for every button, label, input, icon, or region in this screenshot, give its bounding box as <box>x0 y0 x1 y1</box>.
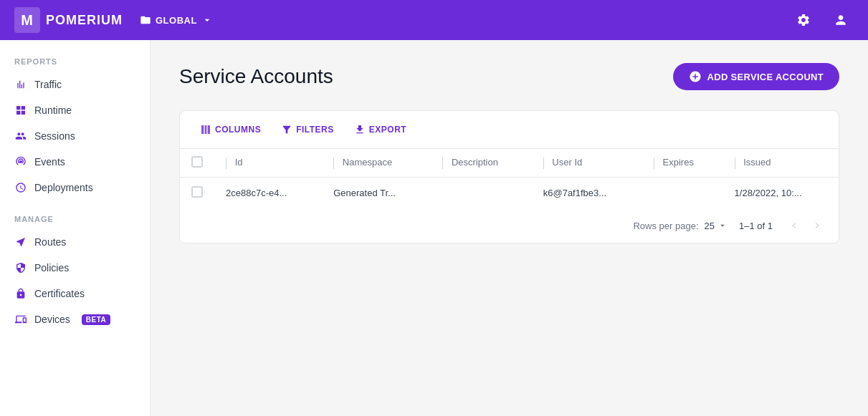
content-area: Service Accounts ADD SERVICE ACCOUNT COL… <box>151 40 868 416</box>
sidebar-item-deployments[interactable]: Deployments <box>0 175 150 200</box>
th-id[interactable]: Id <box>214 149 322 178</box>
sidebar-item-certificates[interactable]: Certificates <box>0 281 150 306</box>
add-button-label: ADD SERVICE ACCOUNT <box>707 72 824 82</box>
chevron-down-icon <box>201 14 213 26</box>
chevron-left-icon <box>788 220 800 231</box>
rows-per-page-value: 25 <box>705 221 715 231</box>
rows-dropdown-icon <box>717 221 728 231</box>
topbar-right <box>791 7 854 33</box>
prev-page-button[interactable] <box>784 216 804 236</box>
logo-text: POMERIUM <box>46 13 123 28</box>
logo-icon: M <box>14 7 40 33</box>
profile-button[interactable] <box>828 7 854 33</box>
sidebar-item-traffic[interactable]: Traffic <box>0 72 150 97</box>
manage-section-label: MANAGE <box>0 215 150 229</box>
row-user-id-cell: k6@7af1fbe3... <box>532 178 642 209</box>
table-footer: Rows per page: 25 1–1 of 1 <box>180 208 839 243</box>
sidebar-item-traffic-label: Traffic <box>34 79 62 90</box>
svg-point-2 <box>19 160 22 163</box>
sidebar-item-devices-label: Devices <box>34 314 70 325</box>
table-header-row: Id Namespace Description User Id <box>180 149 839 178</box>
settings-button[interactable] <box>791 7 816 33</box>
col-divider <box>654 158 654 169</box>
filters-icon <box>281 124 292 135</box>
columns-button[interactable]: COLUMNS <box>191 120 270 140</box>
th-issued[interactable]: Issued <box>723 149 839 178</box>
sidebar-item-policies-label: Policies <box>34 262 69 274</box>
col-divider <box>735 158 735 169</box>
route-icon <box>14 236 27 248</box>
next-page-button[interactable] <box>807 216 827 236</box>
filters-button[interactable]: FILTERS <box>272 120 343 140</box>
row-description-cell <box>431 178 531 209</box>
page-navigation <box>784 216 827 236</box>
data-table: Id Namespace Description User Id <box>180 149 839 208</box>
row-expires-cell <box>642 178 723 209</box>
columns-icon <box>200 124 211 135</box>
sidebar-manage-section: MANAGE <box>0 215 150 229</box>
add-service-account-button[interactable]: ADD SERVICE ACCOUNT <box>673 63 839 90</box>
clock-icon <box>14 181 27 194</box>
grid-icon <box>14 104 27 117</box>
page-info: 1–1 of 1 <box>739 221 773 231</box>
col-divider <box>226 158 226 169</box>
col-description-label: Description <box>452 157 498 168</box>
namespace-selector[interactable]: GLOBAL <box>140 14 213 26</box>
select-all-checkbox[interactable] <box>191 156 203 168</box>
reports-section-label: REPORTS <box>0 57 150 72</box>
th-user-id[interactable]: User Id <box>532 149 642 178</box>
row-issued-cell: 1/28/2022, 10:... <box>723 178 839 209</box>
col-id-label: Id <box>235 157 243 168</box>
rows-per-page: Rows per page: 25 <box>633 221 728 231</box>
export-label: EXPORT <box>369 125 406 135</box>
page-header: Service Accounts ADD SERVICE ACCOUNT <box>179 63 839 90</box>
rows-per-page-select[interactable]: 25 <box>705 221 728 231</box>
export-icon <box>354 124 366 135</box>
page-title: Service Accounts <box>179 65 333 88</box>
beta-badge: BETA <box>82 314 110 325</box>
folder-icon <box>140 14 151 26</box>
col-issued-label: Issued <box>743 157 771 168</box>
sidebar-item-events-label: Events <box>34 156 65 168</box>
rows-per-page-label: Rows per page: <box>633 221 698 231</box>
sidebar-item-policies[interactable]: Policies <box>0 255 150 281</box>
row-id-cell: 2ce88c7c-e4... <box>214 178 322 209</box>
sidebar-item-devices[interactable]: Devices BETA <box>0 306 150 332</box>
row-checkbox-cell <box>180 178 214 209</box>
export-button[interactable]: EXPORT <box>345 120 415 140</box>
sidebar: REPORTS Traffic Runtime Sessions Events <box>0 40 151 416</box>
namespace-label: GLOBAL <box>156 15 197 26</box>
sidebar-item-sessions-label: Sessions <box>34 130 75 142</box>
gear-icon <box>796 13 811 27</box>
radio-icon <box>14 155 27 168</box>
sidebar-item-routes[interactable]: Routes <box>0 229 150 255</box>
sidebar-item-runtime[interactable]: Runtime <box>0 97 150 123</box>
sidebar-item-certificates-label: Certificates <box>34 288 85 299</box>
topbar: M POMERIUM GLOBAL <box>0 0 868 40</box>
person-icon <box>834 13 848 27</box>
bar-chart-icon <box>14 78 27 91</box>
col-namespace-label: Namespace <box>343 157 392 168</box>
svg-text:M: M <box>21 12 34 28</box>
sidebar-item-sessions[interactable]: Sessions <box>0 123 150 149</box>
device-icon <box>14 313 27 326</box>
col-expires-label: Expires <box>663 157 694 168</box>
columns-label: COLUMNS <box>215 125 261 135</box>
add-circle-icon <box>689 70 702 83</box>
col-divider <box>543 158 544 169</box>
main-layout: REPORTS Traffic Runtime Sessions Events <box>0 40 868 416</box>
sidebar-item-deployments-label: Deployments <box>34 182 93 193</box>
policy-icon <box>14 261 27 274</box>
row-checkbox[interactable] <box>191 186 203 198</box>
th-checkbox <box>180 149 214 178</box>
filters-label: FILTERS <box>296 125 334 135</box>
table-row[interactable]: 2ce88c7c-e4... Generated Tr... k6@7af1fb… <box>180 178 839 209</box>
sidebar-item-events[interactable]: Events <box>0 149 150 175</box>
th-expires[interactable]: Expires <box>642 149 723 178</box>
th-namespace[interactable]: Namespace <box>322 149 431 178</box>
table-toolbar: COLUMNS FILTERS EXPORT <box>180 111 839 149</box>
row-namespace-cell: Generated Tr... <box>322 178 431 209</box>
th-description[interactable]: Description <box>431 149 531 178</box>
col-user-id-label: User Id <box>552 157 582 168</box>
chevron-right-icon <box>811 220 823 231</box>
